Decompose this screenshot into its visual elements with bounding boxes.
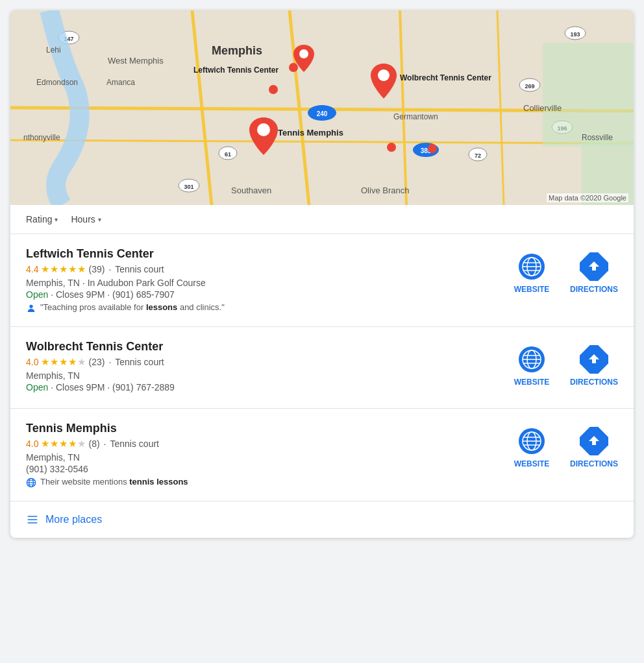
- svg-text:269: 269: [525, 83, 534, 90]
- more-places-label: More places: [45, 514, 102, 525]
- svg-point-46: [428, 144, 437, 153]
- star-3: ★: [59, 438, 68, 450]
- directions-button-leftwich[interactable]: DIRECTIONS: [570, 252, 618, 294]
- directions-label-leftwich: DIRECTIONS: [570, 285, 618, 294]
- open-status-leftwich: Open: [26, 289, 48, 300]
- svg-point-47: [289, 63, 298, 72]
- rating-value-tennis-memphis: 4.0: [26, 439, 38, 449]
- hours-filter-label: Hours: [71, 214, 95, 224]
- open-status-wolbrecht: Open: [26, 382, 48, 392]
- directions-icon-tennis-memphis: [580, 427, 608, 455]
- rating-chevron-icon: ▾: [55, 216, 58, 223]
- star-1: ★: [41, 438, 49, 450]
- rating-count-tennis-memphis: (8): [88, 439, 99, 449]
- rating-row-tennis-memphis: 4.0 ★ ★ ★ ★ ★ (8) · Tennis court: [26, 438, 496, 450]
- svg-rect-25: [543, 43, 634, 147]
- svg-text:West Memphis: West Memphis: [108, 56, 164, 66]
- website-icon-tennis-memphis: [517, 427, 546, 455]
- svg-text:Southaven: Southaven: [231, 186, 271, 195]
- svg-text:61: 61: [225, 151, 231, 158]
- svg-text:193: 193: [570, 31, 580, 38]
- directions-label-tennis-memphis: DIRECTIONS: [570, 459, 618, 468]
- star-3: ★: [59, 263, 68, 275]
- svg-point-38: [299, 49, 308, 58]
- svg-text:Olive Branch: Olive Branch: [361, 186, 409, 195]
- review-snippet-leftwich: "Teaching pros available for lessons and…: [26, 302, 496, 313]
- svg-text:240: 240: [317, 110, 328, 117]
- rating-value-wolbrecht: 4.0: [26, 357, 38, 367]
- listing-name-wolbrecht[interactable]: Wolbrecht Tennis Center: [26, 340, 496, 354]
- svg-rect-75: [28, 516, 38, 517]
- svg-text:Collierville: Collierville: [523, 103, 562, 113]
- listing-name-tennis-memphis[interactable]: Tennis Memphis: [26, 422, 496, 435]
- stars-wolbrecht: ★ ★ ★ ★ ★: [41, 356, 86, 368]
- star-1: ★: [41, 356, 49, 368]
- rating-count-wolbrecht: (23): [88, 357, 105, 367]
- svg-text:Germantown: Germantown: [393, 112, 438, 121]
- dot-3: ·: [104, 439, 106, 449]
- star-4: ★: [68, 263, 77, 275]
- svg-point-44: [269, 85, 278, 94]
- star-4: ★: [68, 438, 77, 450]
- closes-leftwich: Closes 9PM: [56, 289, 105, 300]
- rating-filter-label: Rating: [26, 214, 52, 224]
- stars-tennis-memphis: ★ ★ ★ ★ ★: [41, 438, 86, 450]
- map-area[interactable]: 240 385 61 301 72 147 193 269 196: [10, 10, 634, 205]
- address-wolbrecht: Memphis, TN: [26, 370, 496, 381]
- svg-point-45: [387, 143, 396, 152]
- svg-rect-77: [28, 522, 38, 524]
- listing-wolbrecht: Wolbrecht Tennis Center 4.0 ★ ★ ★ ★ ★ (2…: [10, 327, 634, 409]
- hours-filter[interactable]: Hours ▾: [68, 211, 103, 227]
- phone-value-tennis-memphis: (901) 332-0546: [26, 464, 88, 474]
- listing-actions-wolbrecht: WEBSITE DIRECTIONS: [509, 340, 618, 387]
- svg-text:Leftwich Tennis Center: Leftwich Tennis Center: [193, 66, 279, 75]
- website-button-tennis-memphis[interactable]: WEBSITE: [509, 427, 554, 468]
- star-3: ★: [59, 356, 68, 368]
- type-wolbrecht: Tennis court: [115, 357, 164, 367]
- svg-point-40: [378, 69, 390, 81]
- phone-tennis-memphis: (901) 332-0546: [26, 464, 496, 474]
- dot-1: ·: [108, 264, 111, 274]
- separator-wolbrecht: ·: [51, 382, 56, 392]
- svg-text:Memphis: Memphis: [212, 44, 262, 57]
- listing-info-tennis-memphis: Tennis Memphis 4.0 ★ ★ ★ ★ ★ (8) · Tenni…: [26, 422, 496, 488]
- website-label-tennis-memphis: WEBSITE: [514, 459, 550, 468]
- star-5: ★: [77, 438, 86, 450]
- directions-icon-leftwich: [580, 252, 608, 281]
- directions-icon-wolbrecht: [580, 345, 608, 374]
- directions-button-tennis-memphis[interactable]: DIRECTIONS: [570, 427, 618, 468]
- address-leftwich: Memphis, TN · In Audubon Park Golf Cours…: [26, 278, 496, 288]
- directions-button-wolbrecht[interactable]: DIRECTIONS: [570, 345, 618, 387]
- rating-count-leftwich: (39): [88, 264, 105, 274]
- listing-name-leftwich[interactable]: Leftwich Tennis Center: [26, 247, 496, 261]
- map-credit: Map data ©2020 Google: [547, 193, 628, 202]
- website-label-wolbrecht: WEBSITE: [514, 378, 550, 387]
- phone-wolbrecht: (901) 767-2889: [112, 382, 175, 392]
- website-button-leftwich[interactable]: WEBSITE: [509, 252, 554, 294]
- website-button-wolbrecht[interactable]: WEBSITE: [509, 345, 554, 387]
- rating-filter[interactable]: Rating ▾: [23, 211, 60, 227]
- svg-text:Rossville: Rossville: [582, 133, 613, 142]
- svg-text:nthonyville: nthonyville: [23, 133, 60, 142]
- address-tennis-memphis: Memphis, TN: [26, 452, 496, 463]
- stars-leftwich: ★ ★ ★ ★ ★: [41, 263, 86, 275]
- list-icon: [26, 513, 39, 526]
- more-places-row[interactable]: More places: [10, 501, 634, 538]
- listing-leftwich: Leftwich Tennis Center 4.4 ★ ★ ★ ★ ★ (39…: [10, 234, 634, 327]
- svg-text:Amanca: Amanca: [106, 78, 135, 87]
- snippet-text-tennis-memphis: Their website mentions tennis lessons: [40, 477, 188, 487]
- phone-separator-leftwich: ·: [107, 289, 112, 300]
- svg-text:Tennis Memphis: Tennis Memphis: [278, 128, 343, 138]
- listing-actions-leftwich: WEBSITE DIRECTIONS: [509, 247, 618, 294]
- listing-info-leftwich: Leftwich Tennis Center 4.4 ★ ★ ★ ★ ★ (39…: [26, 247, 496, 313]
- svg-point-48: [29, 305, 32, 308]
- hours-leftwich: Open · Closes 9PM · (901) 685-7907: [26, 289, 496, 300]
- rating-row-leftwich: 4.4 ★ ★ ★ ★ ★ (39) · Tennis court: [26, 263, 496, 275]
- rating-value-leftwich: 4.4: [26, 264, 38, 274]
- phone-separator-wolbrecht: ·: [107, 382, 112, 392]
- globe-icon-tennis-memphis: [26, 477, 36, 488]
- svg-text:Wolbrecht Tennis Center: Wolbrecht Tennis Center: [400, 73, 491, 82]
- type-tennis-memphis: Tennis court: [110, 439, 158, 449]
- website-icon-leftwich: [517, 252, 546, 281]
- closes-wolbrecht: Closes 9PM: [56, 382, 105, 392]
